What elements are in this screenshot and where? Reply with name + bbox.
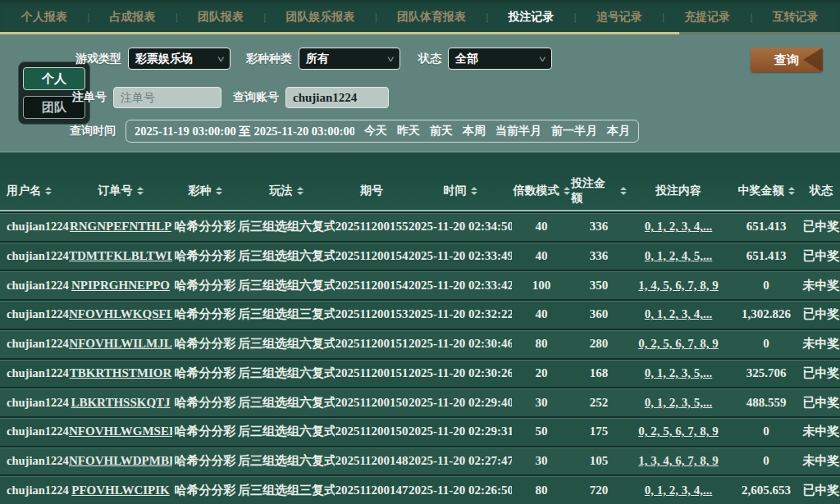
cell-lottery: 哈希分分彩 [172,424,238,439]
quick-range-3[interactable]: 前天 [430,124,453,138]
cell-username: chujian1224 [0,307,69,321]
column-label: 订单号 [98,184,133,198]
order-link[interactable]: NFOVHLWDPMBL [69,454,172,468]
quick-range-1[interactable]: 今天 [364,124,387,138]
status-select[interactable]: 全部 ˅ [448,48,552,70]
cell-bet-amount: 336 [571,220,627,234]
filter-row-inputs: 注单号 查询账号 [72,87,389,108]
column-header-1[interactable]: 用户名 [0,184,69,198]
cell-multiplier: 40 [512,220,571,234]
bet-content-link[interactable]: 0, 1, 2, 4, 5,... [627,249,730,263]
cell-issue: 202511200150 [335,396,409,410]
quick-range-7[interactable]: 本月 [607,124,630,138]
cell-multiplier: 100 [512,279,571,293]
cell-issue: 202511200151 [335,337,409,351]
cell-status: 已中奖 [802,483,840,498]
cell-username: chujian1224 [0,279,69,293]
cell-play-type: 后三组选组三复式 [238,483,335,498]
order-no-input[interactable] [113,87,221,108]
quick-range-2[interactable]: 昨天 [397,124,420,138]
sort-icon [788,187,795,195]
tab-7[interactable]: 追号记录 [596,10,642,25]
quick-range-4[interactable]: 本周 [463,124,486,138]
cell-username: chujian1224 [0,425,69,438]
bet-content-link[interactable]: 0, 1, 2, 3, 4,... [627,220,730,234]
column-header-10[interactable]: 中奖金额 [730,184,802,198]
order-link[interactable]: NPIPRGHNEPPO [69,279,172,293]
tab-5[interactable]: 团队体育报表 [397,10,466,25]
column-label: 玩法 [270,184,293,198]
cell-status: 已中奖 [802,395,840,411]
table-row: chujian1224PFOVHLWCIPIK哈希分分彩后三组选组三复式2025… [0,474,840,504]
column-header-8[interactable]: 投注金额 [571,176,627,206]
column-header-4[interactable]: 玩法 [238,184,335,198]
cell-status: 未中奖 [802,453,840,469]
column-header-2[interactable]: 订单号 [69,184,172,198]
bet-content-link[interactable]: 0, 1, 2, 3, 4,... [627,307,730,321]
cell-play-type: 后三组选组六复式 [238,248,335,264]
lottery-type-select[interactable]: 所有 ˅ [299,48,400,70]
betting-records-page: 个人报表|占成报表|团队报表|团队娱乐报表|团队体育报表|投注记录|追号记录|充… [0,0,840,504]
table-row: chujian1224LBKRTHSSKQTJ哈希分分彩后三组选组六复式2025… [0,387,840,416]
bet-content-link[interactable]: 1, 3, 4, 6, 7, 8, 9 [627,454,730,468]
search-button[interactable]: 查询 [751,48,823,72]
cell-lottery: 哈希分分彩 [172,483,238,498]
cell-issue: 202511200154 [335,279,409,293]
table-body: chujian1224RNGNPEFNTHLP哈希分分彩后三组选组六复式2025… [0,211,840,504]
cell-bet-amount: 280 [571,337,627,351]
cell-lottery: 哈希分分彩 [172,248,238,264]
cell-win-amount: 1,302.826 [730,307,802,321]
order-link[interactable]: TDMTFKLBLTWL [69,249,172,263]
account-input[interactable] [285,87,389,108]
column-header-6[interactable]: 时间 [409,184,512,198]
cell-bet-amount: 720 [571,484,627,497]
bet-content-link[interactable]: 0, 1, 2, 3, 5,... [627,396,730,410]
column-label: 状态 [810,184,833,198]
order-link[interactable]: PFOVHLWCIPIK [69,484,172,497]
tab-6[interactable]: 投注记录 [508,10,554,25]
bet-content-link[interactable]: 0, 2, 5, 6, 7, 8, 9 [627,337,730,351]
tab-1[interactable]: 个人报表 [21,10,67,25]
order-link[interactable]: NFOVHLWKQSFL [69,307,172,321]
cell-username: chujian1224 [0,484,69,497]
tab-9[interactable]: 互转记录 [773,10,819,25]
filter-panel: 个人团队 游戏类型 彩票娱乐场 ˅ 彩种种类 所有 ˅ 状态 全部 ˅ 注单号 … [0,34,840,152]
bet-content-link[interactable]: 1, 4, 5, 6, 7, 8, 9 [627,279,730,293]
bet-content-link[interactable]: 0, 2, 5, 6, 7, 8, 9 [627,425,730,438]
tab-4[interactable]: 团队娱乐报表 [285,10,354,25]
column-header-3[interactable]: 彩种 [172,184,238,198]
game-type-select[interactable]: 彩票娱乐场 ˅ [128,48,231,70]
quick-range-6[interactable]: 前一半月 [551,124,597,138]
cell-status: 已中奖 [802,248,840,264]
cell-lottery: 哈希分分彩 [172,395,238,411]
order-link[interactable]: RNGNPEFNTHLP [69,220,172,234]
cell-username: chujian1224 [0,454,69,468]
column-header-7[interactable]: 倍数模式 [512,184,571,198]
cell-play-type: 后三组选组六复式 [238,336,335,352]
tab-8[interactable]: 充提记录 [684,10,730,25]
tab-3[interactable]: 团队报表 [198,10,244,25]
cell-time: 2025-11-20 02:34:50 [409,220,512,234]
bet-content-link[interactable]: 0, 1, 2, 3, 4,... [627,484,730,497]
order-link[interactable]: LBKRTHSSKQTJ [69,396,172,410]
column-label: 时间 [444,184,467,198]
order-link[interactable]: NFOVHLWGMSEL [69,425,172,438]
tab-separator: | [375,11,377,23]
table-row: chujian1224NFOVHLWGMSEL哈希分分彩后三组选组六复式2025… [0,416,840,446]
tab-separator: | [751,11,753,23]
cell-bet-amount: 175 [571,425,627,438]
cell-play-type: 后三组选组六复式 [238,366,335,381]
sort-icon [564,187,570,195]
cell-multiplier: 40 [512,307,571,321]
lottery-type-value: 所有 [306,52,329,66]
order-link[interactable]: TBKRTHSTMIOR [69,366,172,380]
cell-multiplier: 20 [512,366,571,380]
cell-bet-amount: 350 [571,279,627,293]
date-range-input[interactable]: 2025-11-19 03:00:00 至 2025-11-20 03:00:0… [135,124,354,139]
cell-username: chujian1224 [0,249,69,263]
quick-range-5[interactable]: 当前半月 [495,124,541,138]
order-link[interactable]: NFOVHLWILMJL [69,337,172,351]
bet-content-link[interactable]: 0, 1, 2, 3, 5,... [627,366,730,380]
sort-icon [620,187,627,195]
tab-2[interactable]: 占成报表 [110,10,156,25]
